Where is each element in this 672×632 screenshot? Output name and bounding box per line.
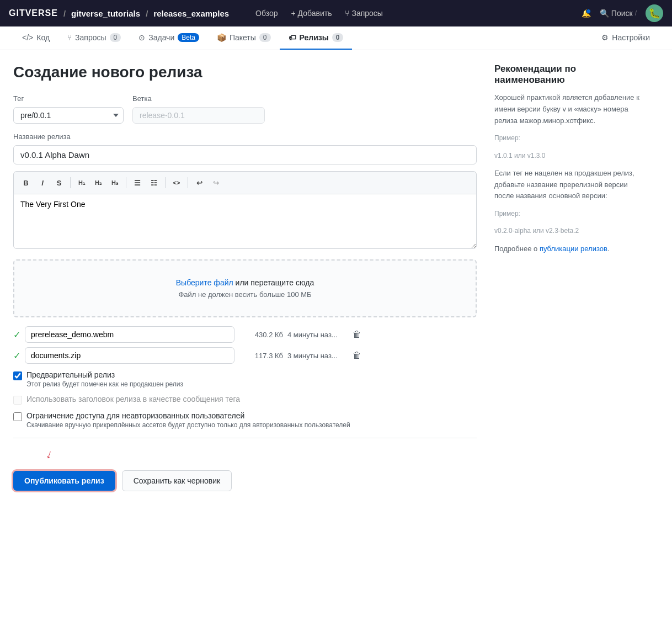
restrict-checkbox-row: Ограничение доступа для неавторизованных…: [13, 411, 477, 429]
file-size-0: 430.2 Кб: [239, 331, 283, 339]
top-nav: GITVERSE / gitverse_tutorials / releases…: [0, 0, 672, 26]
file-name-input-1[interactable]: [25, 347, 234, 364]
ul-button[interactable]: ☰: [130, 175, 145, 190]
main-content: Создание нового релиза Тег pre/0.0.1 Вет…: [0, 50, 662, 504]
italic-button[interactable]: I: [35, 175, 50, 190]
nav-add[interactable]: + Добавить: [291, 9, 332, 18]
editor-toolbar: B I S H₁ H₂ H₃ ☰ ☷ <> ↩ ↪: [13, 171, 477, 194]
file-upload-area[interactable]: Выберите файл или перетащите сюда Файл н…: [13, 259, 477, 317]
file-check-0: ✓: [13, 330, 20, 340]
branch-label: Ветка: [132, 94, 265, 103]
upload-hint: Файл не должен весить больше 100 МБ: [32, 290, 458, 299]
settings-icon: ⚙: [601, 33, 609, 42]
tag-select[interactable]: pre/0.0.1: [13, 107, 124, 124]
requests-badge: 0: [110, 33, 121, 42]
brand: GITVERSE / gitverse_tutorials / releases…: [9, 8, 229, 18]
file-size-1: 117.3 Кб: [239, 352, 283, 360]
arrow-row: ↓: [13, 447, 477, 461]
toolbar-sep-4: [188, 177, 188, 188]
upload-link[interactable]: Выберите файл: [176, 278, 233, 287]
releases-icon: 🏷: [289, 33, 296, 42]
search-shortcut: /: [635, 9, 637, 17]
requests-icon: ⑂: [67, 33, 72, 42]
recommendations-title: Рекомендации по наименованию: [494, 63, 649, 86]
file-name-input-0[interactable]: [25, 326, 234, 343]
toolbar-sep-2: [126, 177, 126, 188]
rec-example-label-2: Пример:: [494, 209, 649, 219]
file-delete-1[interactable]: 🗑: [353, 350, 361, 360]
restrict-hint: Скачивание вручную прикреплённых ассетов…: [26, 421, 350, 429]
packages-badge: 0: [259, 33, 271, 42]
rec-example-label-1: Пример:: [494, 133, 649, 144]
code-icon: </>: [22, 33, 33, 42]
prerelease-label[interactable]: Предварительный релиз: [26, 370, 115, 379]
tab-requests[interactable]: ⑂ Запросы 0: [58, 26, 130, 50]
logo[interactable]: GITVERSE: [9, 8, 58, 18]
toolbar-sep-1: [70, 177, 71, 188]
release-name-group: Название релиза: [13, 132, 477, 164]
tasks-icon: ⊙: [138, 33, 145, 42]
rec-text-1: Хорошей практикой является добавление к …: [494, 92, 649, 126]
prerelease-checkbox[interactable]: [13, 371, 22, 380]
nav-requests[interactable]: ⑂ Запросы: [345, 9, 382, 18]
file-time-0: 4 минуты наз...: [287, 331, 348, 339]
publish-button[interactable]: Опубликовать релиз: [13, 471, 115, 491]
prerelease-checkbox-row: Предварительный релиз Этот релиз будет п…: [13, 370, 477, 388]
packages-icon: 📦: [217, 33, 226, 42]
nav-overview[interactable]: Обзор: [255, 9, 278, 18]
search-icon: 🔍: [600, 9, 609, 18]
release-name-input[interactable]: [13, 145, 477, 164]
top-nav-right: 🔔 🔍 Поиск / 🐛: [582, 4, 663, 22]
rec-text-2: Если тег не нацелен на продакшен релиз, …: [494, 168, 649, 202]
upload-prompt: Выберите файл или перетащите сюда: [32, 278, 458, 287]
file-delete-0[interactable]: 🗑: [353, 330, 361, 339]
tab-tasks[interactable]: ⊙ Задачи Beta: [130, 26, 208, 50]
page-title: Создание нового релиза: [13, 63, 477, 81]
h2-button[interactable]: H₂: [90, 175, 106, 190]
release-name-label: Название релиза: [13, 132, 477, 141]
sep2: /: [146, 9, 148, 18]
tab-code[interactable]: </> Код: [13, 26, 58, 50]
right-panel: Рекомендации по наименованию Хорошей пра…: [494, 63, 649, 491]
file-check-1: ✓: [13, 350, 20, 361]
code-button[interactable]: <>: [169, 175, 184, 190]
save-draft-button[interactable]: Сохранить как черновик: [122, 470, 232, 491]
restrict-label[interactable]: Ограничение доступа для неавторизованных…: [26, 411, 244, 420]
release-description-textarea[interactable]: [13, 194, 477, 249]
file-time-1: 3 минуты наз...: [287, 352, 348, 360]
tab-packages[interactable]: 📦 Пакеты 0: [208, 26, 280, 50]
arrow-indicator: ↓: [44, 447, 55, 462]
redo-button[interactable]: ↪: [208, 175, 223, 190]
tag-branch-row: Тег pre/0.0.1 Ветка release-0.0.1: [13, 94, 477, 124]
ol-button[interactable]: ☷: [146, 175, 162, 190]
strikethrough-button[interactable]: S: [51, 175, 67, 190]
prerelease-hint: Этот релиз будет помечен как не продакше…: [26, 380, 183, 388]
use-title-checkbox[interactable]: [13, 396, 22, 405]
bold-button[interactable]: B: [18, 175, 34, 190]
repo-link[interactable]: releases_examples: [153, 9, 229, 18]
nav-search[interactable]: 🔍 Поиск /: [600, 9, 637, 18]
rec-more: Подробнее о публикации релизов.: [494, 243, 649, 255]
tab-releases[interactable]: 🏷 Релизы 0: [280, 26, 353, 50]
tab-settings[interactable]: ⚙ Настройки: [593, 26, 659, 50]
sep1: /: [63, 9, 66, 18]
left-panel: Создание нового релиза Тег pre/0.0.1 Вет…: [13, 63, 477, 491]
top-nav-center: Обзор + Добавить ⑂ Запросы: [255, 9, 383, 18]
rec-example-val-1: v1.0.1 или v1.3.0: [494, 151, 649, 161]
h3-button[interactable]: H₃: [107, 175, 122, 190]
avatar[interactable]: 🐛: [646, 4, 663, 22]
notification-bell[interactable]: 🔔: [582, 9, 591, 18]
undo-button[interactable]: ↩: [191, 175, 207, 190]
tasks-beta-badge: Beta: [178, 33, 199, 42]
sub-nav: </> Код ⑂ Запросы 0 ⊙ Задачи Beta 📦 Паке…: [0, 26, 672, 50]
restrict-checkbox[interactable]: [13, 412, 22, 421]
org-link[interactable]: gitverse_tutorials: [71, 9, 140, 18]
tag-group: Тег pre/0.0.1: [13, 94, 124, 124]
branch-group: Ветка release-0.0.1: [132, 94, 265, 124]
rec-example-val-2: v0.2.0-alpha или v2.3-beta.2: [494, 226, 649, 236]
file-item-0: ✓ 430.2 Кб 4 минуты наз... 🗑: [13, 326, 477, 343]
fork-icon: ⑂: [345, 9, 349, 18]
branch-select[interactable]: release-0.0.1: [132, 107, 265, 124]
h1-button[interactable]: H₁: [74, 175, 89, 190]
rec-more-link[interactable]: публикации релизов: [540, 245, 607, 253]
